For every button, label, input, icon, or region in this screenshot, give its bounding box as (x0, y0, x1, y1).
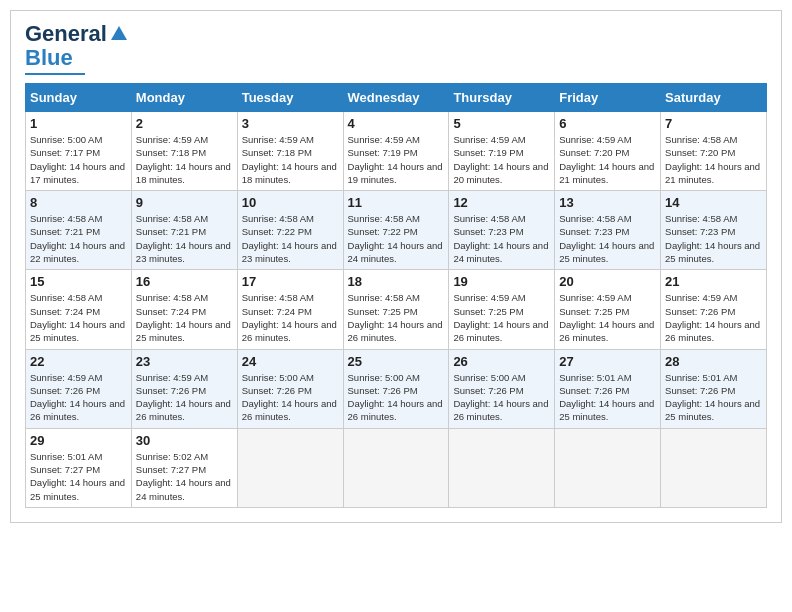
header-day: Wednesday (343, 84, 449, 112)
calendar-cell: 13Sunrise: 4:58 AMSunset: 7:23 PMDayligh… (555, 191, 661, 270)
day-info: Sunrise: 4:59 AMSunset: 7:19 PMDaylight:… (453, 133, 550, 186)
day-number: 3 (242, 116, 339, 131)
day-number: 25 (348, 354, 445, 369)
day-number: 16 (136, 274, 233, 289)
day-number: 30 (136, 433, 233, 448)
calendar-cell: 28Sunrise: 5:01 AMSunset: 7:26 PMDayligh… (661, 349, 767, 428)
logo-general: General (25, 21, 107, 47)
calendar-cell: 7Sunrise: 4:58 AMSunset: 7:20 PMDaylight… (661, 112, 767, 191)
day-info: Sunrise: 4:58 AMSunset: 7:22 PMDaylight:… (242, 212, 339, 265)
calendar-cell (343, 428, 449, 507)
day-info: Sunrise: 4:59 AMSunset: 7:26 PMDaylight:… (30, 371, 127, 424)
calendar-cell: 2Sunrise: 4:59 AMSunset: 7:18 PMDaylight… (131, 112, 237, 191)
calendar-week: 8Sunrise: 4:58 AMSunset: 7:21 PMDaylight… (26, 191, 767, 270)
day-number: 1 (30, 116, 127, 131)
day-number: 14 (665, 195, 762, 210)
day-info: Sunrise: 5:00 AMSunset: 7:26 PMDaylight:… (348, 371, 445, 424)
header-day: Sunday (26, 84, 132, 112)
calendar-table: SundayMondayTuesdayWednesdayThursdayFrid… (25, 83, 767, 508)
day-number: 4 (348, 116, 445, 131)
calendar-cell (449, 428, 555, 507)
day-number: 21 (665, 274, 762, 289)
day-number: 22 (30, 354, 127, 369)
logo: General Blue (25, 21, 129, 75)
logo-line (25, 73, 85, 75)
calendar-cell: 16Sunrise: 4:58 AMSunset: 7:24 PMDayligh… (131, 270, 237, 349)
day-info: Sunrise: 5:00 AMSunset: 7:17 PMDaylight:… (30, 133, 127, 186)
day-number: 27 (559, 354, 656, 369)
svg-marker-0 (111, 26, 127, 40)
day-info: Sunrise: 4:59 AMSunset: 7:25 PMDaylight:… (559, 291, 656, 344)
calendar-cell: 24Sunrise: 5:00 AMSunset: 7:26 PMDayligh… (237, 349, 343, 428)
day-number: 17 (242, 274, 339, 289)
day-info: Sunrise: 4:58 AMSunset: 7:21 PMDaylight:… (30, 212, 127, 265)
calendar-cell: 29Sunrise: 5:01 AMSunset: 7:27 PMDayligh… (26, 428, 132, 507)
day-number: 9 (136, 195, 233, 210)
calendar-cell: 10Sunrise: 4:58 AMSunset: 7:22 PMDayligh… (237, 191, 343, 270)
day-number: 24 (242, 354, 339, 369)
day-info: Sunrise: 4:58 AMSunset: 7:21 PMDaylight:… (136, 212, 233, 265)
day-number: 11 (348, 195, 445, 210)
day-number: 10 (242, 195, 339, 210)
logo-blue: Blue (25, 45, 73, 71)
day-info: Sunrise: 4:58 AMSunset: 7:22 PMDaylight:… (348, 212, 445, 265)
calendar-cell: 21Sunrise: 4:59 AMSunset: 7:26 PMDayligh… (661, 270, 767, 349)
header-row: SundayMondayTuesdayWednesdayThursdayFrid… (26, 84, 767, 112)
calendar-cell: 4Sunrise: 4:59 AMSunset: 7:19 PMDaylight… (343, 112, 449, 191)
calendar-cell: 25Sunrise: 5:00 AMSunset: 7:26 PMDayligh… (343, 349, 449, 428)
calendar-cell: 11Sunrise: 4:58 AMSunset: 7:22 PMDayligh… (343, 191, 449, 270)
day-info: Sunrise: 4:58 AMSunset: 7:24 PMDaylight:… (242, 291, 339, 344)
calendar-cell: 1Sunrise: 5:00 AMSunset: 7:17 PMDaylight… (26, 112, 132, 191)
calendar-week: 22Sunrise: 4:59 AMSunset: 7:26 PMDayligh… (26, 349, 767, 428)
calendar-cell: 15Sunrise: 4:58 AMSunset: 7:24 PMDayligh… (26, 270, 132, 349)
calendar-cell (661, 428, 767, 507)
day-number: 2 (136, 116, 233, 131)
calendar-cell (237, 428, 343, 507)
day-info: Sunrise: 4:58 AMSunset: 7:25 PMDaylight:… (348, 291, 445, 344)
day-info: Sunrise: 4:59 AMSunset: 7:26 PMDaylight:… (665, 291, 762, 344)
logo-icon (109, 24, 129, 44)
day-info: Sunrise: 4:58 AMSunset: 7:23 PMDaylight:… (665, 212, 762, 265)
calendar-page: General Blue SundayMondayTuesdayWednesda… (10, 10, 782, 523)
calendar-cell: 20Sunrise: 4:59 AMSunset: 7:25 PMDayligh… (555, 270, 661, 349)
day-info: Sunrise: 5:00 AMSunset: 7:26 PMDaylight:… (242, 371, 339, 424)
calendar-cell: 9Sunrise: 4:58 AMSunset: 7:21 PMDaylight… (131, 191, 237, 270)
calendar-cell: 14Sunrise: 4:58 AMSunset: 7:23 PMDayligh… (661, 191, 767, 270)
day-number: 29 (30, 433, 127, 448)
calendar-cell: 12Sunrise: 4:58 AMSunset: 7:23 PMDayligh… (449, 191, 555, 270)
day-info: Sunrise: 4:59 AMSunset: 7:18 PMDaylight:… (136, 133, 233, 186)
day-number: 26 (453, 354, 550, 369)
day-info: Sunrise: 4:59 AMSunset: 7:18 PMDaylight:… (242, 133, 339, 186)
calendar-week: 29Sunrise: 5:01 AMSunset: 7:27 PMDayligh… (26, 428, 767, 507)
calendar-body: 1Sunrise: 5:00 AMSunset: 7:17 PMDaylight… (26, 112, 767, 508)
calendar-cell: 23Sunrise: 4:59 AMSunset: 7:26 PMDayligh… (131, 349, 237, 428)
header-day: Friday (555, 84, 661, 112)
day-info: Sunrise: 5:01 AMSunset: 7:27 PMDaylight:… (30, 450, 127, 503)
day-number: 23 (136, 354, 233, 369)
calendar-cell: 19Sunrise: 4:59 AMSunset: 7:25 PMDayligh… (449, 270, 555, 349)
day-info: Sunrise: 4:59 AMSunset: 7:20 PMDaylight:… (559, 133, 656, 186)
calendar-cell: 30Sunrise: 5:02 AMSunset: 7:27 PMDayligh… (131, 428, 237, 507)
calendar-week: 15Sunrise: 4:58 AMSunset: 7:24 PMDayligh… (26, 270, 767, 349)
day-info: Sunrise: 4:59 AMSunset: 7:25 PMDaylight:… (453, 291, 550, 344)
header: General Blue (25, 21, 767, 75)
calendar-cell: 22Sunrise: 4:59 AMSunset: 7:26 PMDayligh… (26, 349, 132, 428)
calendar-header: SundayMondayTuesdayWednesdayThursdayFrid… (26, 84, 767, 112)
day-info: Sunrise: 5:01 AMSunset: 7:26 PMDaylight:… (559, 371, 656, 424)
day-number: 7 (665, 116, 762, 131)
day-info: Sunrise: 4:58 AMSunset: 7:20 PMDaylight:… (665, 133, 762, 186)
calendar-cell: 3Sunrise: 4:59 AMSunset: 7:18 PMDaylight… (237, 112, 343, 191)
day-number: 8 (30, 195, 127, 210)
calendar-cell: 27Sunrise: 5:01 AMSunset: 7:26 PMDayligh… (555, 349, 661, 428)
calendar-cell: 18Sunrise: 4:58 AMSunset: 7:25 PMDayligh… (343, 270, 449, 349)
calendar-cell: 6Sunrise: 4:59 AMSunset: 7:20 PMDaylight… (555, 112, 661, 191)
day-info: Sunrise: 4:58 AMSunset: 7:23 PMDaylight:… (559, 212, 656, 265)
day-number: 28 (665, 354, 762, 369)
day-info: Sunrise: 4:59 AMSunset: 7:26 PMDaylight:… (136, 371, 233, 424)
day-number: 13 (559, 195, 656, 210)
day-info: Sunrise: 5:02 AMSunset: 7:27 PMDaylight:… (136, 450, 233, 503)
day-number: 20 (559, 274, 656, 289)
day-number: 19 (453, 274, 550, 289)
header-day: Monday (131, 84, 237, 112)
header-day: Saturday (661, 84, 767, 112)
